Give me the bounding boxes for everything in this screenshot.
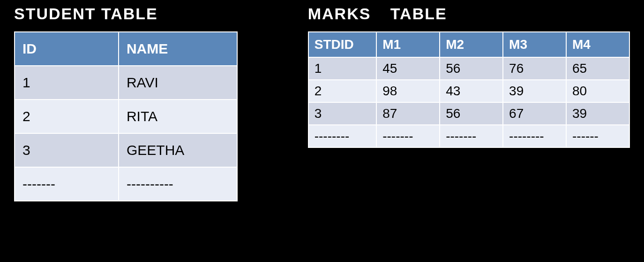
cell-m3: -------- [503, 125, 566, 147]
col-stdid: STDID [308, 32, 376, 57]
table-row: 3 87 56 67 39 [308, 102, 629, 125]
cell-name: GEETHA [119, 133, 237, 167]
cell-m2: 56 [440, 57, 503, 80]
cell-name: RITA [119, 100, 237, 133]
marks-table-title: MARKS TABLE [308, 5, 630, 23]
table-row: 1 45 56 76 65 [308, 57, 629, 80]
col-m4: M4 [566, 32, 629, 57]
student-table: ID NAME 1 RAVI 2 RITA 3 GEETHA --- [14, 31, 238, 201]
cell-m2: 43 [440, 80, 503, 102]
cell-m1: 45 [376, 57, 440, 80]
cell-id: 1 [15, 66, 119, 100]
cell-m4: 65 [566, 57, 629, 80]
cell-m2: 56 [440, 102, 503, 125]
cell-m1: ------- [376, 125, 440, 147]
cell-m1: 98 [376, 80, 440, 102]
cell-stdid: 1 [308, 57, 376, 80]
col-m3: M3 [503, 32, 566, 57]
cell-m2: ------- [440, 125, 503, 147]
marks-table: STDID M1 M2 M3 M4 1 45 56 76 65 2 98 [308, 31, 630, 148]
cell-stdid: 3 [308, 102, 376, 125]
cell-id: ------- [15, 167, 119, 201]
cell-id: 2 [15, 100, 119, 133]
col-id: ID [15, 32, 119, 66]
cell-id: 3 [15, 133, 119, 167]
cell-m3: 39 [503, 80, 566, 102]
marks-section: MARKS TABLE STDID M1 M2 M3 M4 1 45 56 76… [308, 5, 630, 201]
cell-stdid: 2 [308, 80, 376, 102]
table-row: -------- ------- ------- -------- ------ [308, 125, 629, 147]
cell-stdid: -------- [308, 125, 376, 147]
student-table-title: STUDENT TABLE [14, 5, 238, 23]
cell-m3: 67 [503, 102, 566, 125]
table-row: ------- ---------- [15, 167, 237, 201]
table-row: 3 GEETHA [15, 133, 237, 167]
table-header-row: ID NAME [15, 32, 237, 66]
col-m2: M2 [440, 32, 503, 57]
table-row: 2 RITA [15, 100, 237, 133]
cell-m1: 87 [376, 102, 440, 125]
table-row: 2 98 43 39 80 [308, 80, 629, 102]
table-header-row: STDID M1 M2 M3 M4 [308, 32, 629, 57]
col-name: NAME [119, 32, 237, 66]
cell-m4: 80 [566, 80, 629, 102]
cell-name: ---------- [119, 167, 237, 201]
cell-m4: ------ [566, 125, 629, 147]
cell-name: RAVI [119, 66, 237, 100]
table-row: 1 RAVI [15, 66, 237, 100]
col-m1: M1 [376, 32, 440, 57]
cell-m4: 39 [566, 102, 629, 125]
student-section: STUDENT TABLE ID NAME 1 RAVI 2 RITA 3 [14, 5, 238, 201]
cell-m3: 76 [503, 57, 566, 80]
